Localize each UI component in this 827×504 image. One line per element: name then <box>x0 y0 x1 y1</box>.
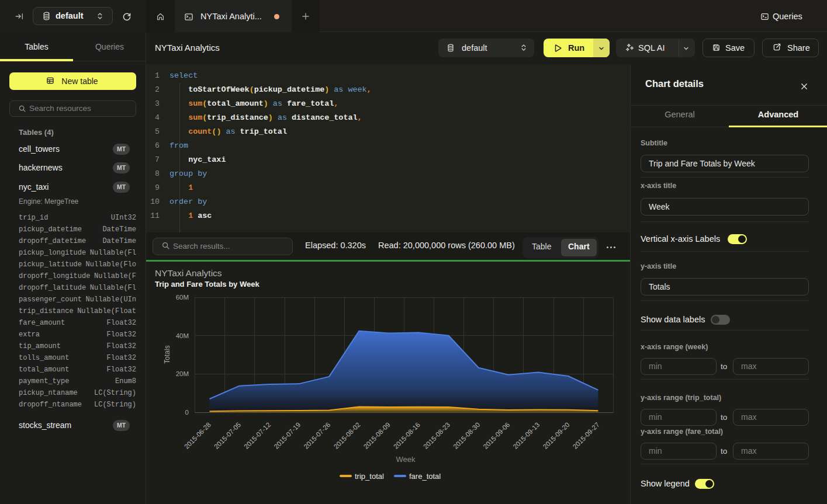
svg-text:Week: Week <box>396 455 416 464</box>
svg-text:2015-08-23: 2015-08-23 <box>422 421 451 450</box>
svg-text:2015-07-12: 2015-07-12 <box>243 421 272 450</box>
svg-text:20M: 20M <box>176 370 189 377</box>
svg-text:2015-08-16: 2015-08-16 <box>392 421 421 450</box>
svg-text:2015-07-19: 2015-07-19 <box>272 421 302 450</box>
svg-text:2015-09-27: 2015-09-27 <box>572 421 601 450</box>
svg-text:2015-09-06: 2015-09-06 <box>482 421 511 450</box>
svg-text:trip_total: trip_total <box>355 472 384 481</box>
svg-text:fare_total: fare_total <box>409 472 441 481</box>
svg-text:0: 0 <box>185 409 189 416</box>
svg-text:2015-07-05: 2015-07-05 <box>213 421 242 450</box>
svg-text:2015-06-28: 2015-06-28 <box>183 421 212 450</box>
svg-text:2015-09-13: 2015-09-13 <box>511 421 541 450</box>
svg-text:40M: 40M <box>176 332 189 339</box>
svg-text:2015-09-20: 2015-09-20 <box>542 421 571 450</box>
svg-text:2015-07-26: 2015-07-26 <box>302 421 331 450</box>
svg-text:2015-08-02: 2015-08-02 <box>333 421 362 450</box>
svg-text:2015-08-09: 2015-08-09 <box>362 421 392 450</box>
svg-text:2015-08-30: 2015-08-30 <box>452 421 481 450</box>
svg-text:60M: 60M <box>176 294 189 301</box>
svg-text:Totals: Totals <box>163 345 171 363</box>
